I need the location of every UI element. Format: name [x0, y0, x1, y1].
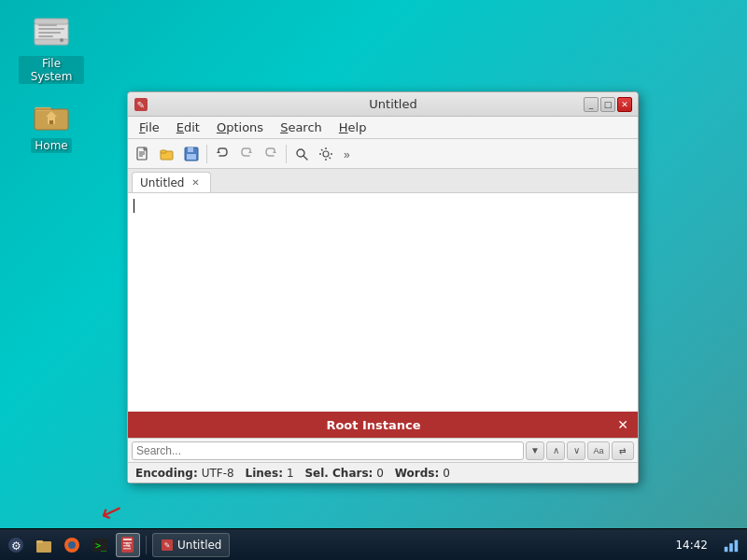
svg-rect-56 [729, 543, 733, 552]
taskbar-gedit-button[interactable]: ✎ [116, 533, 140, 557]
svg-rect-7 [38, 35, 53, 37]
redo2-button[interactable] [260, 143, 282, 165]
tab-bar: Untitled ✕ [128, 169, 638, 193]
red-arrow: ↙ [96, 493, 127, 529]
svg-line-37 [330, 157, 331, 159]
menu-bar: File Edit Options Search Help [128, 117, 638, 139]
taskbar-terminal-button[interactable]: >_ [88, 533, 112, 557]
svg-rect-22 [161, 150, 166, 153]
taskbar: ⚙ >_ [0, 528, 747, 560]
svg-text:⚙: ⚙ [11, 539, 21, 553]
svg-line-36 [321, 149, 323, 151]
svg-point-3 [60, 38, 63, 42]
taskbar-clock: 14:42 [668, 539, 715, 552]
svg-rect-48 [123, 539, 132, 540]
svg-rect-5 [38, 28, 64, 30]
new-button[interactable] [132, 143, 154, 165]
menu-file[interactable]: File [132, 119, 167, 136]
svg-rect-6 [38, 32, 61, 34]
save-button[interactable] [180, 143, 203, 165]
app-window: ✎ Untitled _ □ ✕ File Edit Options Searc… [127, 91, 639, 483]
svg-text:✎: ✎ [164, 541, 171, 550]
redo-button[interactable] [235, 143, 258, 165]
svg-point-44 [68, 541, 76, 549]
taskbar-separator [146, 536, 147, 554]
encoding-label: Encoding: [135, 467, 198, 480]
svg-rect-24 [188, 147, 193, 152]
svg-rect-4 [38, 24, 57, 26]
taskbar-network-icon[interactable] [719, 533, 743, 557]
close-button[interactable]: ✕ [617, 97, 632, 112]
title-bar: ✎ Untitled _ □ ✕ [128, 92, 638, 117]
toolbar: » [128, 139, 638, 169]
status-bar: Encoding: UTF-8 Lines: 1 Sel. Chars: 0 W… [128, 462, 638, 483]
find-bar-close-button[interactable]: ✕ [615, 417, 630, 432]
open-button[interactable] [156, 143, 178, 165]
desktop: File System Home ✎ Unt [0, 0, 747, 560]
svg-text:✎: ✎ [137, 100, 145, 110]
menu-options[interactable]: Options [209, 119, 271, 136]
tab-untitled[interactable]: Untitled ✕ [132, 172, 211, 192]
editor-area[interactable] [128, 193, 638, 412]
home-icon[interactable]: Home [19, 93, 84, 153]
taskbar-app-untitled[interactable]: ✎ Untitled [152, 533, 230, 557]
words-value: 0 [443, 467, 450, 480]
toolbar-separator-2 [286, 145, 287, 163]
home-label: Home [31, 138, 71, 153]
toolbar-separator-1 [206, 145, 207, 163]
tab-close-button[interactable]: ✕ [190, 177, 201, 189]
search-row: ▼ ∧ ∨ Aa ⇄ [128, 438, 638, 462]
window-title: Untitled [154, 97, 632, 111]
lines-value: 1 [287, 467, 294, 480]
search-next-button[interactable]: ∨ [567, 441, 585, 460]
svg-line-30 [303, 156, 307, 160]
sel-chars-label: Sel. Chars: [304, 467, 373, 480]
sel-chars-value: 0 [376, 467, 384, 480]
svg-text:✎: ✎ [125, 541, 132, 550]
svg-marker-28 [273, 150, 276, 153]
window-controls: _ □ ✕ [584, 97, 632, 112]
svg-marker-27 [248, 150, 252, 153]
menu-search[interactable]: Search [273, 119, 330, 136]
svg-text:»: » [344, 148, 350, 161]
find-button[interactable] [290, 143, 313, 165]
svg-rect-13 [49, 120, 53, 124]
search-dropdown-button[interactable]: ▼ [526, 441, 544, 460]
search-prev-button[interactable]: ∧ [546, 441, 565, 460]
undo-button[interactable] [211, 143, 233, 165]
svg-text:>_: >_ [95, 540, 107, 552]
minimize-button[interactable]: _ [584, 97, 599, 112]
svg-rect-42 [36, 540, 43, 543]
svg-rect-55 [725, 546, 728, 551]
encoding-value: UTF-8 [202, 467, 234, 480]
svg-point-31 [323, 151, 329, 157]
lines-label: Lines: [246, 467, 283, 480]
taskbar-firefox-button[interactable] [60, 533, 84, 557]
file-system-icon[interactable]: File System [19, 11, 84, 84]
more-button[interactable]: » [339, 143, 361, 165]
cursor [134, 199, 134, 213]
find-bar-title: Root Instance [135, 418, 612, 432]
svg-rect-25 [187, 154, 196, 160]
taskbar-system-button[interactable]: ⚙ [4, 533, 28, 557]
svg-rect-1 [35, 19, 68, 24]
menu-edit[interactable]: Edit [169, 119, 207, 136]
maximize-button[interactable]: □ [600, 97, 615, 112]
search-input[interactable] [132, 441, 524, 460]
tab-label: Untitled [140, 176, 184, 189]
taskbar-app-label: Untitled [177, 539, 221, 552]
search-wrap-button[interactable]: ⇄ [612, 441, 634, 460]
search-options-button[interactable]: Aa [587, 441, 610, 460]
find-bar: Root Instance ✕ [128, 412, 638, 438]
tools-button[interactable] [315, 143, 337, 165]
words-label: Words: [395, 467, 440, 480]
menu-help[interactable]: Help [331, 119, 374, 136]
svg-rect-57 [735, 539, 739, 552]
file-system-label: File System [19, 56, 84, 84]
svg-marker-26 [217, 150, 220, 153]
taskbar-files-button[interactable] [32, 533, 56, 557]
